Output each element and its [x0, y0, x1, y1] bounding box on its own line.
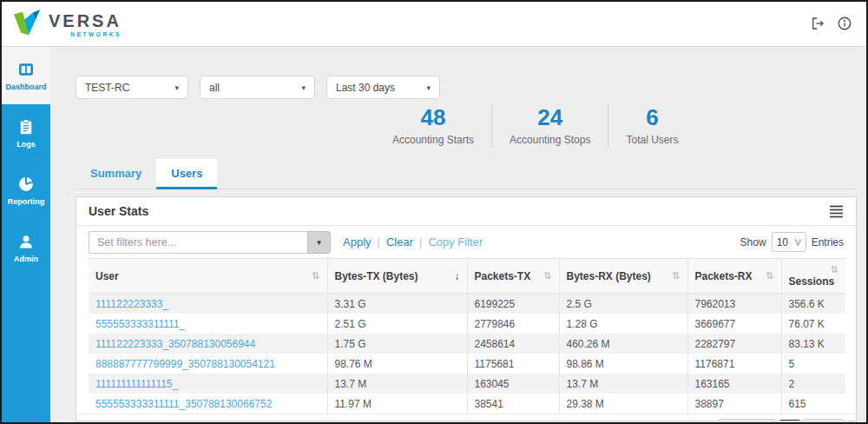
column-label: Packets-TX: [475, 270, 531, 282]
table-cell: 111111111111115_: [89, 374, 327, 394]
user-link[interactable]: 555553333311111_: [95, 318, 185, 330]
sidebar-item-dashboard[interactable]: Dashboard: [2, 47, 50, 104]
filter-input[interactable]: [89, 231, 307, 254]
table-cell: 555553333311111_350788130066752: [89, 394, 327, 414]
reporting-icon: [17, 176, 35, 193]
table-body: 111122223333_3.31 G61992252.5 G796201335…: [89, 294, 845, 414]
sidebar-item-admin[interactable]: Admin: [2, 219, 50, 276]
stat-label: Total Users: [626, 134, 678, 146]
chevron-down-icon: ⋁: [795, 238, 801, 246]
top-header: VERSA NETWORKS: [2, 2, 866, 47]
previous-page-button[interactable]: Previous: [718, 419, 776, 422]
stat-total-users: 6 Total Users: [608, 104, 695, 148]
brand-subtitle: NETWORKS: [70, 31, 122, 37]
table-row: 111122223333_3507881300569441.75 G245861…: [89, 334, 845, 354]
tab-users[interactable]: Users: [156, 159, 217, 189]
page-size-select[interactable]: 10 ⋁: [772, 232, 806, 252]
time-range-dropdown[interactable]: Last 30 days ▾: [326, 76, 440, 99]
tenant-dropdown[interactable]: TEST-RC ▾: [76, 76, 188, 99]
hamburger-icon[interactable]: [829, 205, 844, 218]
column-header-packets-rx[interactable]: ⇅Packets-RX: [687, 259, 781, 294]
admin-icon: [17, 233, 35, 250]
apply-link[interactable]: Apply: [343, 235, 372, 248]
user-link[interactable]: 555553333311111_350788130066752: [95, 398, 272, 410]
sidebar-item-label: Logs: [16, 140, 36, 149]
scope-dropdown[interactable]: all ▾: [200, 76, 315, 99]
table-cell: 83.13 K: [781, 334, 845, 354]
brand-logo: VERSA NETWORKS: [12, 8, 122, 40]
stat-label: Accounting Stops: [510, 134, 590, 146]
info-icon[interactable]: [837, 16, 852, 31]
stats-row: 48 Accounting Starts 24 Accounting Stops…: [375, 104, 696, 148]
stat-label: Accounting Starts: [392, 134, 474, 146]
table-cell: 460.26 M: [559, 334, 687, 354]
column-header-bytes-rx-bytes-[interactable]: ⇅Bytes-RX (Bytes): [559, 259, 687, 294]
sidebar-item-label: Dashboard: [5, 83, 46, 91]
table-cell: 111122223333_350788130056944: [89, 334, 327, 354]
logout-icon[interactable]: [810, 16, 825, 31]
table-cell: 615: [781, 394, 845, 414]
chevron-down-icon: ▾: [317, 238, 321, 247]
sidebar-item-label: Admin: [14, 255, 38, 263]
table-row: 555553333311111_35078813006675211.97 M38…: [89, 394, 845, 414]
brand-name: VERSA: [49, 11, 122, 30]
table-row: 555553333311111_2.51 G27798461.28 G36696…: [89, 314, 845, 334]
user-stats-table: ⇅User↓Bytes-TX (Bytes)⇅Packets-TX⇅Bytes-…: [89, 258, 845, 414]
stat-accounting-starts: 48 Accounting Starts: [375, 104, 491, 148]
user-link[interactable]: 888887777799999_350788130054121: [95, 358, 275, 370]
filter-dropdown-button[interactable]: ▾: [307, 231, 331, 254]
page-size-value: 10: [777, 236, 788, 248]
next-page-button[interactable]: Next: [804, 419, 844, 422]
table-row: 888887777799999_35078813005412198.76 M11…: [89, 354, 845, 374]
user-stats-panel: User Stats ▾ Apply |: [76, 196, 857, 421]
sidebar-item-reporting[interactable]: Reporting: [2, 162, 50, 219]
scope-dropdown-value: all: [209, 82, 220, 94]
table-cell: 5: [781, 354, 845, 374]
table-cell: 3.31 G: [327, 294, 467, 315]
sort-icon: ⇅: [312, 270, 319, 282]
column-header-bytes-tx-bytes-[interactable]: ↓Bytes-TX (Bytes): [327, 259, 467, 294]
versa-logo-icon: [12, 8, 43, 40]
user-link[interactable]: 111122223333_: [95, 298, 168, 310]
chevron-down-icon: ▾: [426, 83, 431, 92]
column-label: Bytes-TX (Bytes): [335, 270, 418, 282]
table-cell: 13.7 M: [327, 374, 467, 394]
table-cell: 6199225: [467, 294, 559, 315]
table-cell: 98.76 M: [327, 354, 467, 374]
stat-value: 6: [626, 106, 678, 129]
table-cell: 888887777799999_350788130054121: [89, 354, 327, 374]
table-cell: 1176871: [687, 354, 781, 374]
user-link[interactable]: 111111111111115_: [95, 378, 178, 390]
entries-label: Entries: [812, 236, 844, 248]
stat-value: 24: [510, 106, 590, 129]
stat-accounting-stops: 24 Accounting Stops: [491, 104, 608, 148]
logs-icon: [17, 118, 35, 136]
pagination: Previous 1 Next: [718, 419, 844, 422]
table-cell: 111122223333_: [89, 294, 327, 315]
table-cell: 7962013: [687, 294, 781, 315]
tenant-dropdown-value: TEST-RC: [85, 82, 129, 94]
page-number-1[interactable]: 1: [779, 420, 800, 422]
sidebar-item-logs[interactable]: Logs: [2, 104, 50, 162]
column-header-sessions[interactable]: ⇅Sessions: [781, 259, 845, 294]
table-cell: 2282797: [687, 334, 781, 354]
clear-link[interactable]: Clear: [386, 235, 413, 248]
sort-icon: ⇅: [543, 270, 551, 282]
user-link[interactable]: 111122223333_350788130056944: [95, 338, 255, 350]
time-range-dropdown-value: Last 30 days: [336, 82, 395, 94]
column-label: User: [95, 270, 119, 282]
table-header: ⇅User↓Bytes-TX (Bytes)⇅Packets-TX⇅Bytes-…: [89, 259, 845, 294]
table-cell: 3669677: [687, 314, 781, 334]
sort-icon: ⇅: [672, 270, 680, 282]
copy-filter-link[interactable]: Copy Filter: [428, 235, 483, 248]
table-cell: 1.28 G: [559, 314, 687, 334]
show-label: Show: [740, 236, 766, 248]
table-row: 111111111111115_13.7 M16304513.7 M163165…: [89, 374, 845, 394]
table-cell: 163045: [467, 374, 559, 394]
app-window: VERSA NETWORKS Dashboard: [0, 0, 868, 424]
tab-summary[interactable]: Summary: [76, 159, 156, 189]
column-header-packets-tx[interactable]: ⇅Packets-TX: [467, 259, 559, 294]
table-cell: 11.97 M: [327, 394, 467, 414]
table-cell: 2: [781, 374, 845, 394]
column-header-user[interactable]: ⇅User: [89, 259, 327, 294]
